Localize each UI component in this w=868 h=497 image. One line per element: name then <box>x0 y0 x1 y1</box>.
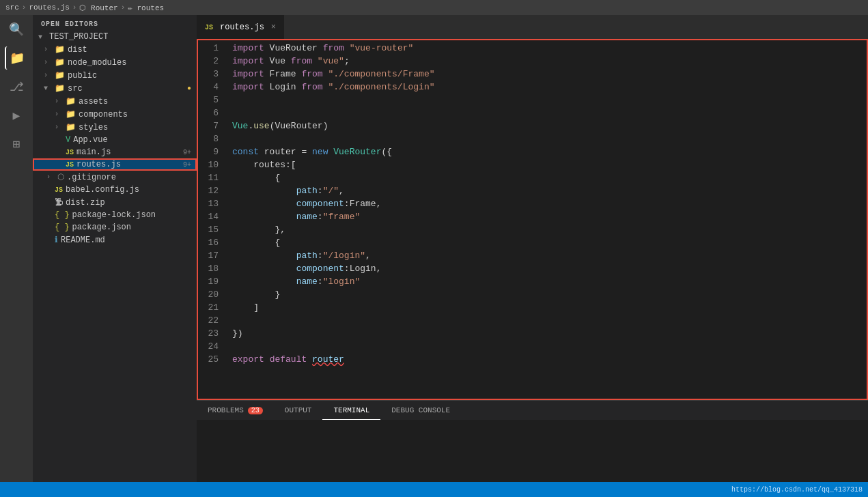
explorer-icon[interactable]: 📁 <box>5 46 28 70</box>
sidebar-item-dist[interactable]: › 📁 dist <box>33 43 197 56</box>
tab-label: routes.js <box>220 23 264 32</box>
routes-js-badge: 9+ <box>183 161 191 169</box>
code-line-11: { <box>232 171 868 184</box>
breadcrumb: src › routes.js › ⬡ Router › ✏ routes <box>5 3 164 12</box>
code-line-17: path:"/login", <box>232 249 868 262</box>
sidebar-item-assets[interactable]: › 📁 assets <box>33 95 197 108</box>
js-file-icon: JS <box>66 161 74 169</box>
code-line-14: name:"frame" <box>232 210 868 223</box>
sidebar: OPEN EDITORS ▼ TEST_PROJECT › 📁 dist › 📁… <box>33 15 197 482</box>
terminal-label: TERMINAL <box>333 406 369 414</box>
code-line-15: }, <box>232 223 868 236</box>
folder-icon: 📁 <box>55 44 65 55</box>
code-line-21: ] <box>232 301 868 314</box>
status-right: https://blog.csdn.net/qq_4137318 <box>731 486 863 494</box>
sidebar-item-routes-js[interactable]: JS routes.js 9+ <box>33 158 197 171</box>
sidebar-item-readme[interactable]: ℹ README.md <box>33 233 197 246</box>
git-icon: ⬡ <box>57 172 64 182</box>
sidebar-item-node-modules[interactable]: › 📁 node_modules <box>33 56 197 69</box>
code-line-23: }) <box>232 327 868 340</box>
tab-routes-js[interactable]: JS routes.js × <box>197 15 284 39</box>
code-line-9: const router = new VueRouter({ <box>232 145 868 158</box>
sidebar-item-app-vue[interactable]: V App.vue <box>33 134 197 146</box>
tab-problems[interactable]: PROBLEMS 23 <box>197 401 274 420</box>
vue-file-icon: V <box>66 135 70 145</box>
sidebar-item-src[interactable]: ▼ 📁 src ● <box>33 82 197 95</box>
code-line-4: import Login from "./components/Login" <box>232 81 868 94</box>
project-label: TEST_PROJECT <box>49 32 197 42</box>
folder-icon: 📁 <box>55 70 65 81</box>
code-line-16: { <box>232 236 868 249</box>
sidebar-item-public[interactable]: › 📁 public <box>33 69 197 82</box>
code-line-12: path:"/", <box>232 184 868 197</box>
code-line-20: } <box>232 288 868 301</box>
code-editor[interactable]: 12345 678910 1112131415 1617181920 21222… <box>197 39 868 400</box>
folder-icon: 📁 <box>66 109 76 119</box>
line-numbers: 12345 678910 1112131415 1617181920 21222… <box>197 39 224 400</box>
js-file-icon: JS <box>66 149 74 156</box>
sidebar-item-styles[interactable]: › 📁 styles <box>33 121 197 134</box>
output-label: OUTPUT <box>285 406 312 414</box>
tab-close-icon[interactable]: × <box>271 23 276 32</box>
activity-bar: 🔍 📁 ⎇ ▶ ⊞ <box>0 15 33 482</box>
folder-icon: 📁 <box>66 96 76 106</box>
project-root[interactable]: ▼ TEST_PROJECT <box>33 31 197 43</box>
code-line-19: name:"login" <box>232 275 868 288</box>
code-line-8 <box>232 132 868 145</box>
code-content: import VueRouter from "vue-router" impor… <box>224 39 868 400</box>
debug-label: DEBUG CONSOLE <box>391 406 450 414</box>
tab-output[interactable]: OUTPUT <box>274 401 323 420</box>
sidebar-item-package-lock[interactable]: { } package-lock.json <box>33 209 197 221</box>
readme-icon: ℹ <box>55 235 58 245</box>
problems-label: PROBLEMS <box>208 406 244 414</box>
code-line-3: import Frame from "./components/Frame" <box>232 68 868 81</box>
breadcrumb-symbol1: ⬡ Router <box>79 3 117 12</box>
code-line-2: import Vue from "vue"; <box>232 55 868 68</box>
tab-bar: JS routes.js × <box>197 15 868 39</box>
json-icon: { } <box>55 210 70 220</box>
code-line-6 <box>232 106 868 119</box>
breadcrumb-src: src <box>5 3 19 12</box>
panel-content <box>197 420 868 482</box>
tab-debug-console[interactable]: DEBUG CONSOLE <box>380 401 461 420</box>
sidebar-item-gitignore[interactable]: › ⬡ .gitignore <box>33 171 197 184</box>
code-line-22 <box>232 314 868 327</box>
search-icon[interactable]: 🔍 <box>5 18 28 41</box>
code-line-24 <box>232 340 868 353</box>
code-line-25: export default router <box>232 353 868 366</box>
status-url: https://blog.csdn.net/qq_4137318 <box>731 486 863 494</box>
zip-icon: 🗜 <box>55 197 63 208</box>
sidebar-item-dist-zip[interactable]: 🗜 dist.zip <box>33 196 197 209</box>
code-line-18: component:Login, <box>232 262 868 275</box>
code-line-13: component:Frame, <box>232 197 868 210</box>
js-file-icon: JS <box>55 186 63 194</box>
folder-icon: 📁 <box>66 122 76 132</box>
code-line-1: import VueRouter from "vue-router" <box>232 42 868 55</box>
code-line-10: routes:[ <box>232 158 868 171</box>
problems-badge: 23 <box>248 407 263 414</box>
breadcrumb-symbol2: ✏ routes <box>128 3 164 12</box>
sidebar-item-babel[interactable]: JS babel.config.js <box>33 184 197 196</box>
panel-tabs: PROBLEMS 23 OUTPUT TERMINAL DEBUG CONSOL… <box>197 401 868 420</box>
top-bar: src › routes.js › ⬡ Router › ✏ routes <box>0 0 868 15</box>
breadcrumb-file: routes.js <box>29 3 69 12</box>
main-layout: 🔍 📁 ⎇ ▶ ⊞ OPEN EDITORS ▼ TEST_PROJECT › … <box>0 15 868 482</box>
folder-icon: 📁 <box>55 83 65 94</box>
status-bar: https://blog.csdn.net/qq_4137318 <box>0 482 868 497</box>
bottom-panel: PROBLEMS 23 OUTPUT TERMINAL DEBUG CONSOL… <box>197 400 868 482</box>
tab-js-icon: JS <box>205 24 213 31</box>
run-icon[interactable]: ▶ <box>5 104 28 127</box>
tab-terminal[interactable]: TERMINAL <box>322 401 380 420</box>
code-line-5 <box>232 94 868 106</box>
source-control-icon[interactable]: ⎇ <box>5 75 28 98</box>
folder-icon: 📁 <box>55 57 65 68</box>
sidebar-item-package-json[interactable]: { } package.json <box>33 221 197 233</box>
extensions-icon[interactable]: ⊞ <box>5 132 28 156</box>
code-line-7: Vue.use(VueRouter) <box>232 119 868 132</box>
sidebar-item-components[interactable]: › 📁 components <box>33 108 197 121</box>
project-arrow: ▼ <box>38 33 49 41</box>
sidebar-item-main-js[interactable]: JS main.js 9+ <box>33 146 197 158</box>
editor-area: JS routes.js × 12345 678910 1112131415 1… <box>197 15 868 482</box>
main-js-badge: 9+ <box>183 149 191 156</box>
open-editors-label: OPEN EDITORS <box>33 15 197 31</box>
